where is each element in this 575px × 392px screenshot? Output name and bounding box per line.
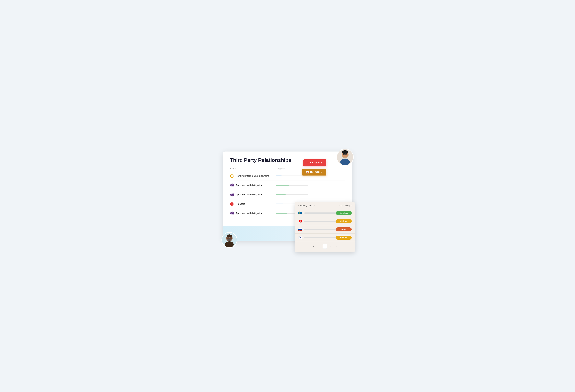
fp-flag: 🇨🇭 — [298, 219, 302, 223]
fp-row[interactable]: 🇰🇷 Medium — [295, 234, 355, 242]
reports-button[interactable]: 📊 REPORTS — [302, 169, 326, 175]
svg-point-22 — [227, 234, 232, 237]
svg-point-11 — [340, 158, 350, 165]
create-button[interactable]: + + CREATE — [303, 159, 326, 166]
progress-bar-fill — [276, 203, 283, 204]
pg-prev[interactable]: ‹ — [317, 244, 321, 249]
pg-first[interactable]: « — [311, 244, 316, 249]
table-row[interactable]: Approved With Mitigation — [230, 181, 345, 190]
status-cell: Pending Internal Questionnaire — [230, 174, 276, 178]
fp-row[interactable]: 🇨🇭 Medium — [295, 217, 355, 225]
fp-flag: 🇰🇷 — [298, 236, 302, 240]
fp-table-header: Company Name ⇅ Risk Rating ⇅ — [295, 202, 355, 209]
fp-badge: High — [336, 227, 352, 231]
fp-flag: 🇷🇺 — [298, 227, 302, 231]
avatar-male — [221, 232, 237, 248]
fp-name-bar — [304, 237, 336, 238]
progress-cell — [276, 175, 345, 176]
progress-bar-fill — [276, 194, 286, 195]
fp-badge: Medium — [336, 219, 352, 223]
progress-bar-bg — [276, 185, 308, 186]
svg-point-23 — [227, 239, 231, 241]
fp-flag: 🇸🇪 — [298, 211, 302, 215]
sort-icon-rating[interactable]: ⇅ — [350, 205, 352, 207]
progress-cell — [276, 194, 345, 195]
page-title: Third Party Relationships — [230, 157, 345, 163]
status-label: Approved With Mitigation — [236, 193, 263, 196]
status-cell: Approved With Mitigation — [230, 211, 276, 215]
progress-bar-fill — [276, 185, 289, 186]
sort-icon-company[interactable]: ⇅ — [314, 205, 315, 207]
status-label: Rejected — [236, 202, 245, 205]
fp-body: 🇸🇪 Very low 🇨🇭 Medium 🇷🇺 High 🇰🇷 Medium — [295, 209, 355, 242]
fp-badge: Very low — [336, 211, 352, 215]
chart-icon: 📊 — [306, 171, 309, 173]
svg-point-4 — [232, 194, 233, 195]
create-button-label: + CREATE — [310, 161, 322, 164]
pg-last[interactable]: » — [334, 244, 339, 249]
table-header: Status Progress — [230, 167, 345, 171]
status-label: Pending Internal Questionnaire — [236, 174, 269, 177]
fp-pagination: « ‹ 1 › » — [295, 242, 355, 249]
status-label: Approved With Mitigation — [236, 212, 263, 215]
fp-badge: Medium — [336, 236, 352, 240]
main-container: Third Party Relationships Status Progres… — [223, 151, 352, 241]
progress-bar-fill — [276, 175, 282, 176]
svg-point-14 — [344, 153, 344, 154]
eye-icon — [230, 211, 234, 215]
fp-col-company: Company Name ⇅ — [298, 205, 332, 207]
fp-name-bar — [304, 221, 336, 222]
status-label: Approved With Mitigation — [236, 184, 263, 187]
avatar-female — [336, 149, 354, 166]
status-cell: Approved With Mitigation — [230, 193, 276, 197]
fp-row[interactable]: 🇸🇪 Very low — [295, 209, 355, 217]
plus-icon: + — [307, 161, 309, 164]
progress-bar-bg — [276, 194, 308, 195]
col-status-header: Status — [230, 167, 276, 170]
fp-row[interactable]: 🇷🇺 High — [295, 225, 355, 234]
eye-icon — [230, 193, 234, 197]
status-cell: Rejected — [230, 202, 276, 206]
progress-bar-bg — [276, 175, 308, 176]
fp-col-rating: Risk Rating ⇅ — [332, 205, 352, 207]
pg-next[interactable]: › — [328, 244, 333, 249]
eye-icon — [230, 183, 234, 187]
svg-point-9 — [232, 213, 233, 214]
reports-button-label: REPORTS — [310, 171, 322, 173]
progress-cell — [276, 185, 345, 186]
pg-current[interactable]: 1 — [323, 244, 327, 249]
status-cell: Approved With Mitigation — [230, 183, 276, 187]
svg-point-15 — [345, 153, 346, 154]
table-row[interactable]: Approved With Mitigation — [230, 190, 345, 199]
floating-panel: Company Name ⇅ Risk Rating ⇅ 🇸🇪 Very low… — [295, 202, 355, 252]
fp-name-bar — [304, 213, 336, 214]
table-row[interactable]: Pending Internal Questionnaire — [230, 171, 345, 181]
pending-icon — [230, 174, 234, 178]
svg-point-20 — [225, 241, 234, 247]
fp-name-bar — [304, 229, 336, 230]
progress-bar-fill — [276, 213, 287, 214]
svg-point-2 — [232, 185, 233, 186]
rejected-icon — [230, 202, 234, 206]
